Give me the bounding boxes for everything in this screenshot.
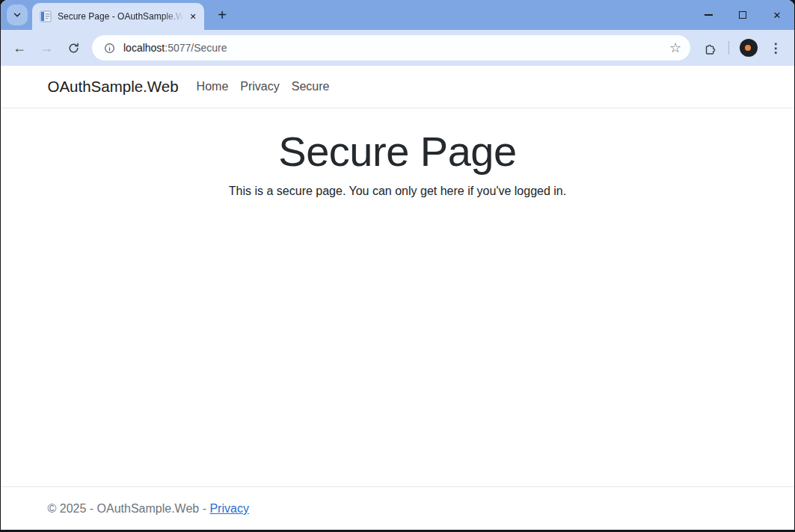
page-favicon-icon [40, 10, 52, 22]
bookmark-star-button[interactable]: ☆ [665, 37, 686, 58]
browser-window: Secure Page - OAuthSample.Web ✕ + ✕ ← → [1, 0, 794, 530]
footer-privacy-link[interactable]: Privacy [209, 502, 248, 515]
page-title: Secure Page [48, 127, 748, 176]
forward-button[interactable]: → [34, 35, 59, 61]
site-footer: © 2025 - OAuthSample.Web - Privacy [1, 486, 794, 530]
profile-avatar [740, 39, 758, 57]
minimize-icon [705, 14, 713, 15]
page-content: OAuthSample.Web Home Privacy Secure Secu… [1, 66, 794, 530]
reload-button[interactable] [61, 35, 86, 61]
navbar-brand[interactable]: OAuthSample.Web [48, 78, 179, 96]
chevron-down-icon [12, 10, 22, 20]
maximize-button[interactable] [725, 0, 760, 30]
plus-icon: + [218, 5, 227, 25]
close-window-button[interactable]: ✕ [760, 0, 794, 30]
puzzle-piece-icon [702, 41, 716, 55]
nav-link-home[interactable]: Home [191, 75, 235, 98]
maximize-icon [739, 11, 746, 19]
close-icon: ✕ [189, 10, 196, 23]
browser-menu-button[interactable]: ⋮ [763, 35, 788, 61]
new-tab-button[interactable]: + [212, 4, 233, 25]
tab-strip: Secure Page - OAuthSample.Web ✕ + ✕ [1, 0, 794, 30]
tab-title: Secure Page - OAuthSample.Web [58, 11, 186, 22]
toolbar-divider [728, 41, 729, 55]
forward-arrow-icon: → [40, 40, 53, 56]
site-navbar: OAuthSample.Web Home Privacy Secure [1, 66, 794, 108]
url-host: localhost [123, 42, 165, 54]
address-bar[interactable]: localhost:5077/Secure ☆ [92, 35, 690, 61]
star-icon: ☆ [669, 40, 681, 56]
site-info-icon[interactable] [101, 42, 117, 55]
page-description: This is a secure page. You can only get … [48, 185, 748, 198]
main-content: Secure Page This is a secure page. You c… [1, 108, 794, 486]
footer-text: © 2025 - OAuthSample.Web - [48, 502, 210, 515]
tab-search-button[interactable] [7, 4, 28, 25]
extensions-button[interactable] [696, 35, 722, 61]
window-controls: ✕ [691, 0, 794, 30]
navbar-links: Home Privacy Secure [191, 75, 336, 98]
browser-toolbar: ← → localhost:5077/Secure ☆ [1, 30, 794, 66]
reload-icon [67, 42, 80, 55]
nav-link-secure[interactable]: Secure [286, 75, 336, 98]
tab-close-button[interactable]: ✕ [186, 10, 200, 23]
close-icon: ✕ [773, 10, 782, 20]
url-path: :5077/Secure [165, 42, 227, 54]
profile-button[interactable] [736, 35, 761, 61]
back-arrow-icon: ← [13, 40, 26, 56]
nav-link-privacy[interactable]: Privacy [234, 75, 285, 98]
url-text[interactable]: localhost:5077/Secure [123, 42, 665, 54]
minimize-button[interactable] [691, 0, 725, 30]
three-dot-menu-icon: ⋮ [770, 40, 782, 56]
browser-tab[interactable]: Secure Page - OAuthSample.Web ✕ [32, 3, 204, 30]
back-button[interactable]: ← [7, 35, 32, 61]
